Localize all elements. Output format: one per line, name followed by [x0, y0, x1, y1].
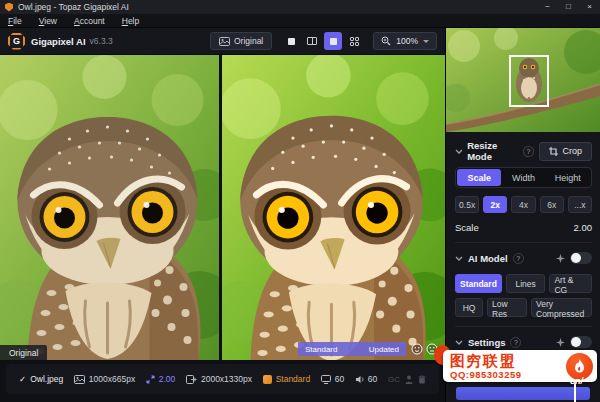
single-view-icon: [288, 38, 295, 45]
result-model-label: Standard: [305, 345, 337, 354]
original-badge: Original: [0, 345, 47, 360]
scale-value: 2.00: [159, 374, 176, 384]
result-status-bar: Standard Updated: [298, 342, 406, 356]
menu-file[interactable]: File: [8, 16, 22, 26]
model-lines-button[interactable]: Lines: [506, 274, 546, 293]
quad-view-icon: [350, 37, 359, 46]
crop-icon: [549, 147, 558, 156]
settings-title: Settings: [468, 337, 505, 348]
scale-label: Scale: [455, 222, 479, 233]
ai-model-title: AI Model: [468, 253, 508, 264]
tab-width[interactable]: Width: [501, 169, 545, 186]
resize-mode-title: Resize Mode: [467, 140, 518, 162]
processed-owl-image: [222, 55, 445, 360]
person-icon[interactable]: [405, 375, 413, 384]
model-row-2: HQ Low Res Very Compressed: [455, 298, 592, 317]
multiplier-custom[interactable]: ...x: [568, 196, 592, 213]
model-icon: [263, 375, 272, 384]
maximize-button[interactable]: □: [558, 0, 579, 14]
menu-help[interactable]: Help: [122, 16, 139, 26]
processed-image-pane[interactable]: Standard Updated: [222, 55, 445, 360]
file-status: ✓ Owl.jpeg: [19, 374, 63, 384]
model-low-res-button[interactable]: Low Res: [487, 298, 527, 317]
model-standard-button[interactable]: Standard: [455, 274, 502, 293]
quad-view-button[interactable]: [345, 32, 363, 50]
show-original-label: Original: [234, 36, 263, 46]
sparkle-icon: [556, 338, 565, 347]
split-view-icon: [307, 37, 317, 45]
scale-icon: [146, 375, 155, 384]
title-bar: Owl.jpeg - Topaz Gigapixel AI − □ ×: [0, 0, 600, 14]
watermark-title: 图穷联盟: [450, 353, 522, 368]
single-view-button[interactable]: [282, 32, 300, 50]
navigation-thumbnail[interactable]: [446, 28, 600, 132]
section-divider: [455, 242, 592, 243]
photo-icon: [219, 37, 230, 46]
flame-icon: [573, 359, 586, 374]
scale-value-row: Scale 2.00: [455, 222, 592, 233]
zoom-level: 100%: [396, 36, 418, 46]
side-by-side-view-button[interactable]: [324, 32, 342, 50]
original-image-pane[interactable]: Original: [0, 55, 219, 360]
help-icon[interactable]: ?: [510, 337, 521, 348]
scale-group: 2.00: [146, 374, 176, 384]
multiplier-2x[interactable]: 2x: [483, 196, 507, 213]
monitor-icon: [321, 375, 331, 384]
tab-scale[interactable]: Scale: [457, 169, 501, 186]
blur-value: 60: [368, 374, 377, 384]
app-logo-icon: [5, 3, 13, 12]
model-row-1: Standard Lines Art & CG: [455, 274, 592, 293]
resize-tabs: Scale Width Height: [455, 167, 592, 188]
trash-icon[interactable]: [418, 375, 426, 384]
speaker-icon: [355, 375, 364, 384]
magnifier-icon: [381, 36, 391, 46]
multiplier-6x[interactable]: 6x: [540, 196, 564, 213]
watermark-url: cn/: [570, 376, 583, 386]
chevron-down-icon: [455, 149, 462, 154]
menu-account[interactable]: Account: [74, 16, 105, 26]
result-status-label: Updated: [369, 345, 399, 354]
app-window: Owl.jpeg - Topaz Gigapixel AI − □ × File…: [0, 0, 600, 402]
check-icon: ✓: [19, 374, 26, 384]
split-view-button[interactable]: [303, 32, 321, 50]
minimize-button[interactable]: −: [537, 0, 558, 14]
sparkle-icon: [556, 254, 565, 263]
toolbar: G Gigapixel AI v6.3.3 Original 100%: [0, 28, 445, 55]
happy-face-icon[interactable]: [411, 343, 423, 355]
thumbnail-image: [446, 28, 600, 132]
toggle-knob: [571, 253, 581, 263]
show-original-button[interactable]: Original: [210, 32, 272, 50]
export-size-icon: [186, 375, 197, 384]
noise-indicator: 60: [321, 374, 344, 384]
scale-multipliers: 0.5x 2x 4x 6x ...x: [455, 196, 592, 213]
tab-height[interactable]: Height: [546, 169, 590, 186]
crop-button[interactable]: Crop: [539, 142, 593, 161]
help-icon[interactable]: ?: [513, 253, 524, 264]
crop-label: Crop: [563, 146, 583, 156]
zoom-control[interactable]: 100%: [373, 32, 437, 50]
model-art-cg-button[interactable]: Art & CG: [549, 274, 592, 293]
model-very-compressed-button[interactable]: Very Compressed: [531, 298, 592, 317]
settings-auto-toggle[interactable]: [570, 336, 592, 348]
help-icon[interactable]: ?: [523, 146, 533, 157]
file-name: Owl.jpeg: [30, 374, 63, 384]
view-mode-group: [282, 32, 363, 50]
ai-model-auto-toggle[interactable]: [570, 252, 592, 264]
multiplier-05x[interactable]: 0.5x: [455, 196, 479, 213]
multiplier-4x[interactable]: 4x: [511, 196, 535, 213]
resize-mode-header[interactable]: Resize Mode ? Crop: [455, 140, 592, 162]
scale-current-value: 2.00: [574, 222, 593, 233]
input-size: 1000x665px: [89, 374, 135, 384]
output-size: 2000x1330px: [201, 374, 252, 384]
gigapixel-logo-icon: G: [8, 33, 25, 50]
save-image-button[interactable]: [456, 387, 590, 400]
menu-view[interactable]: View: [39, 16, 57, 26]
chevron-down-icon[interactable]: [423, 40, 429, 43]
settings-sidebar: Resize Mode ? Crop Scale Width Height 0.…: [445, 28, 600, 402]
close-button[interactable]: ×: [579, 0, 600, 14]
model-hq-button[interactable]: HQ: [455, 298, 483, 317]
chevron-down-icon: [455, 340, 463, 345]
model-name: Standard: [276, 374, 311, 384]
ai-model-header[interactable]: AI Model ?: [455, 247, 592, 269]
watermark-qq: QQ:985303259: [450, 370, 522, 380]
